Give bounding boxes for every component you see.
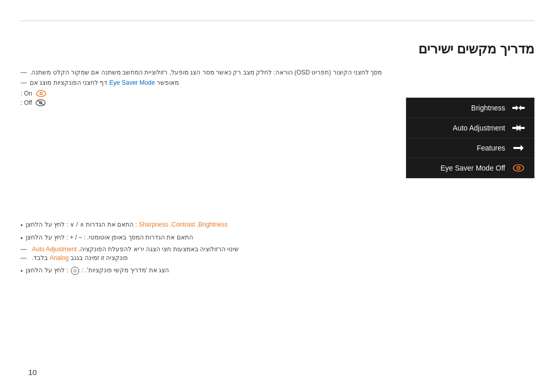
annotation-text-2: התאם את הגדרות המסך באופן אוטומטי. : – /… bbox=[26, 233, 193, 242]
annotations: Sharpness ,Contrast ,Brightness : התאם א… bbox=[21, 220, 534, 277]
osd-item-eye-saver[interactable]: Eye Saver Mode Off bbox=[406, 158, 534, 178]
auto-adjustment-icon bbox=[512, 123, 525, 133]
bullet-2: • bbox=[21, 234, 23, 244]
svg-marker-16 bbox=[521, 145, 524, 151]
sub-annotation-1: שינוי הרזולוציה באמצעות חצי הצגה יריא לה… bbox=[21, 246, 534, 253]
auto-adjustment-highlight: Auto Adjustment bbox=[32, 246, 77, 253]
svg-line-6 bbox=[37, 100, 44, 105]
features-label: Features bbox=[477, 144, 505, 152]
desc-text-2: מאופשר Eye Saver Mode דף לחצני הפונקציות… bbox=[30, 78, 179, 88]
svg-rect-13 bbox=[521, 127, 525, 129]
sub-annotation-2: פונקציה זו זמינה בגנב Analog בלבד. — bbox=[21, 254, 534, 262]
eye-on-icon bbox=[35, 89, 47, 98]
bullet-3: • bbox=[21, 267, 23, 276]
osd-item-features[interactable]: Features bbox=[406, 138, 534, 158]
desc-text-1: מסך לחצני הקיצור (תפריט OSD) הוראה: לחלק… bbox=[30, 67, 382, 78]
annotation-bullet-1: Sharpness ,Contrast ,Brightness : התאם א… bbox=[21, 220, 534, 231]
osd-item-brightness[interactable]: Brightness bbox=[406, 98, 534, 118]
eye-off-icon bbox=[35, 99, 46, 107]
svg-rect-7 bbox=[512, 107, 516, 109]
svg-marker-8 bbox=[516, 105, 519, 110]
eye-saver-menu-icon bbox=[512, 163, 525, 173]
bullet-1: • bbox=[21, 221, 23, 231]
svg-point-19 bbox=[517, 167, 520, 169]
dash-2: — bbox=[21, 78, 27, 88]
dash-1: — bbox=[21, 67, 27, 78]
on-line: On : bbox=[21, 89, 534, 98]
features-icon bbox=[512, 143, 525, 153]
on-label: On : bbox=[21, 90, 32, 97]
analog-highlight: Analog bbox=[50, 254, 69, 262]
osd-item-auto-adjustment[interactable]: Auto Adjustment bbox=[406, 118, 534, 138]
svg-marker-10 bbox=[519, 105, 521, 110]
page-title: מדריך מקשים ישירים bbox=[21, 41, 534, 57]
annotation-bullet-2: התאם את הגדרות המסך באופן אוטומטי. : – /… bbox=[21, 233, 534, 244]
annotation-bullet-3: הצג את 'מדריך מקשי פונקציות'. : ⊙ : לחץ … bbox=[21, 266, 534, 276]
osd-menu: Brightness Auto Adjustment bbox=[406, 98, 534, 178]
svg-rect-9 bbox=[521, 107, 525, 109]
annotation-text-3: הצג את 'מדריך מקשי פונקציות'. : ⊙ : לחץ … bbox=[26, 266, 169, 275]
auto-adjustment-label: Auto Adjustment bbox=[453, 124, 505, 132]
menu-circle-icon: ⊙ bbox=[71, 267, 79, 275]
main-content: מדריך מקשים ישירים מסך לחצני הקיצור (תפר… bbox=[21, 31, 534, 361]
off-label: Off : bbox=[21, 99, 32, 106]
svg-rect-11 bbox=[512, 127, 516, 129]
svg-point-2 bbox=[40, 92, 42, 94]
sharpness-highlight: Sharpness ,Contrast ,Brightness bbox=[139, 221, 228, 228]
brightness-icon bbox=[512, 103, 525, 113]
top-border bbox=[21, 21, 534, 21]
eye-saver-label: Eye Saver Mode Off bbox=[440, 164, 505, 172]
eye-saver-mode-text: Eye Saver Mode bbox=[109, 79, 155, 86]
svg-rect-15 bbox=[513, 147, 521, 149]
page-number: 10 bbox=[28, 368, 37, 377]
brightness-label: Brightness bbox=[471, 104, 505, 112]
desc-line-1: מסך לחצני הקיצור (תפריט OSD) הוראה: לחלק… bbox=[21, 67, 534, 78]
desc-line-2: מאופשר Eye Saver Mode דף לחצני הפונקציות… bbox=[21, 78, 534, 88]
annotation-text-1: Sharpness ,Contrast ,Brightness : התאם א… bbox=[26, 220, 227, 230]
